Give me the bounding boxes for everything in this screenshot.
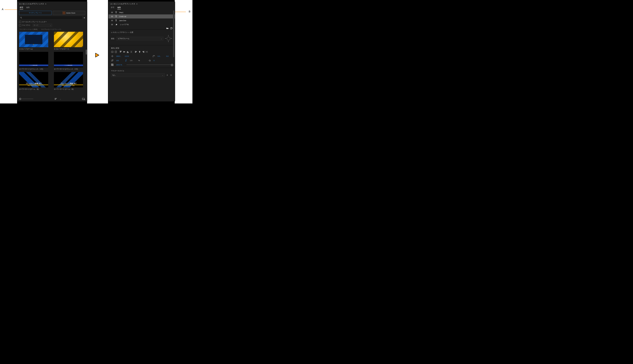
scrollbar-thumb[interactable] [86,50,87,55]
template-thumbnail: プレーヤー 1 準備 OK? 準備ができたらプレイ開始 [19,72,48,88]
checkbox-libraries[interactable] [19,24,21,26]
link-icon[interactable] [125,59,127,62]
tab-browse[interactable]: 参照 [111,6,114,9]
thumb-text: ここに名前を挿入 [65,65,73,66]
svg-rect-62 [112,65,112,66]
layer-name: シェイプ 01 [120,24,129,26]
svg-point-50 [153,57,153,57]
template-caption: ローワーサード (ゲーム、右) [19,88,50,90]
layer-row[interactable]: T Credit roll [109,14,175,18]
push-down-icon[interactable] [166,74,168,76]
svg-rect-21 [121,51,121,52]
annotation-b: B [189,10,190,13]
panel-title: エッセンシャルグラフィックス [110,3,135,5]
position-icon [111,55,114,58]
template-card[interactable]: { リーグ プレイ } ロゴループ (ゲーム) [19,32,50,50]
template-card[interactable]: ここに名前を挿入 ローワーサード (クラシック、1 行) [19,52,50,70]
eye-icon[interactable] [111,16,113,17]
scale-icon [111,59,114,62]
svg-point-9 [112,12,112,13]
new-layer-icon[interactable] [170,27,172,29]
new-folder-icon[interactable] [166,27,168,29]
pin-widget[interactable] [165,35,172,42]
template-caption: ローワーサード (ゲーム、左) [54,88,85,90]
tab-edit[interactable]: 編集 [117,6,121,9]
layer-row[interactable]: シェイプ 01 [109,22,175,26]
svg-rect-56 [111,64,112,64]
svg-rect-36 [139,52,140,52]
master-style-dropdown[interactable]: なし [111,73,165,77]
svg-rect-61 [112,65,113,65]
template-thumbnail [54,32,83,47]
anchor-x[interactable]: 0.0 , [158,55,164,57]
eye-icon[interactable] [111,20,113,21]
svg-point-11 [112,20,112,21]
essential-graphics-panel-edit: エッセンシャルグラフィックス 参照 編集 T Step1 T Credit ro… [108,1,175,102]
scrollbar[interactable] [173,10,174,99]
layer-name: Jane Doe [119,20,126,22]
align-transform-title: 整列と変形 [111,47,172,49]
svg-line-1 [22,18,22,18]
anchor-y[interactable]: 0.0 [166,55,172,57]
play-arrow-icon [95,52,100,58]
svg-rect-38 [143,51,144,52]
panel-menu-icon[interactable] [45,3,46,5]
segment-my-templates[interactable]: マイテンプレート [19,11,52,15]
opacity-slider[interactable] [126,65,172,65]
template-thumbnail: プレーヤー 1 準備 OK? 準備ができたらプレイ開始 [54,72,83,88]
distribute-v-icon[interactable] [130,50,133,53]
template-card[interactable]: ロゴループ (スポーツ) [54,32,85,50]
align-bottom-icon[interactable] [126,50,129,53]
align-hcenter-icon[interactable] [111,50,114,53]
strip-caption-left: ライドオーバーレイ (映画) [19,28,38,30]
eye-icon[interactable] [111,12,113,13]
segment-adobe-stock[interactable]: St Adobe Stock [53,11,85,15]
svg-rect-42 [146,52,147,52]
checkbox-local-folders[interactable] [19,21,21,23]
svg-marker-45 [112,55,113,56]
opacity[interactable]: 100.0 % [116,64,122,66]
tab-browse[interactable]: 参照 [20,6,23,9]
template-caption: ローワーサード (クラシック、2 行) [54,68,85,70]
position-x[interactable]: 198.0 , [116,55,122,57]
search-input[interactable] [19,16,82,20]
distribute-h-icon[interactable] [145,50,148,53]
rotation[interactable]: 0 [154,60,160,62]
follow-dropdown[interactable]: ビデオフレーム [117,37,163,40]
align-right-icon[interactable] [142,50,144,53]
panel-menu-icon[interactable] [136,3,137,5]
responsive-title: レスポンシブデザイン — 位置 [111,31,172,34]
position-y[interactable]: 113.0 [125,55,131,57]
dropdown-libraries[interactable]: すべて [33,24,52,27]
layer-row[interactable]: T Jane Doe [109,18,175,22]
tab-edit[interactable]: 編集 [26,6,30,9]
svg-rect-27 [128,52,128,52]
chevron-down-icon[interactable] [60,98,61,100]
anchor-icon [153,55,155,58]
panel-title: エッセンシャルグラフィックス [19,3,44,5]
follow-value: ビデオフレーム [118,38,129,40]
align-left-icon[interactable] [135,50,137,53]
label-libraries: ライブラリ [22,24,30,26]
template-thumbnail: ここに名前を挿入 [54,52,83,67]
align-vcenter-icon[interactable] [115,50,117,53]
opacity-icon [111,64,114,66]
template-thumbnail: { リーグ プレイ } [19,32,48,47]
template-card[interactable]: プレーヤー 1 準備 OK? 準備ができたらプレイ開始 ローワーサード (ゲーム… [54,72,85,90]
layer-row[interactable]: T Step1 [109,10,175,14]
eye-icon[interactable] [111,24,113,25]
sort-icon[interactable] [55,98,57,100]
new-mogrt-icon[interactable] [82,98,85,100]
svg-rect-51 [111,60,112,61]
layer-name: Step1 [119,12,123,14]
favorites-star-icon[interactable]: ★ [83,16,85,19]
align-vmid-icon[interactable] [123,50,125,53]
master-style-value: なし [112,74,116,76]
template-card[interactable]: プレーヤー 1 準備 OK? 準備ができたらプレイ開始 ローワーサード (ゲーム… [19,72,50,90]
align-top-icon[interactable] [119,50,122,53]
scale-w[interactable]: 100 [116,60,122,62]
template-card[interactable]: ここに名前を挿入 ローワーサード (クラシック、2 行) [54,52,85,70]
align-hmid-icon[interactable] [138,50,141,53]
push-up-icon[interactable] [170,74,172,76]
thumbnail-size-slider[interactable] [19,98,33,100]
